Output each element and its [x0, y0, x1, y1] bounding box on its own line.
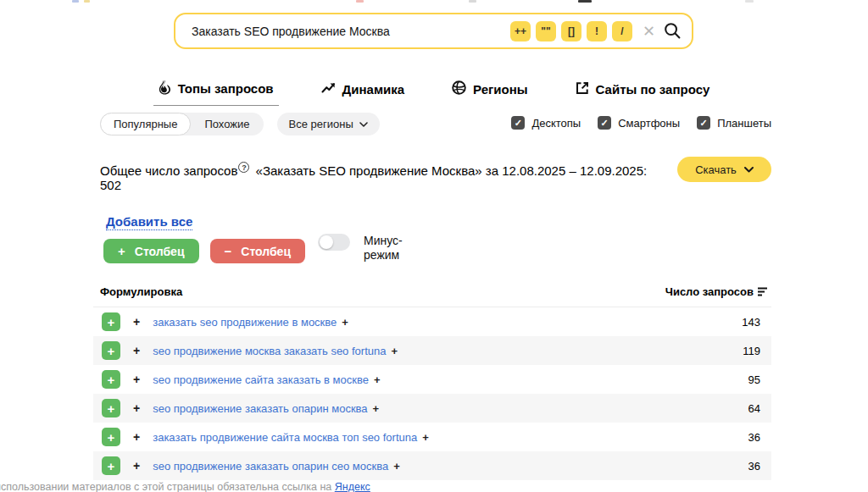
plus-icon[interactable]: +	[133, 373, 140, 386]
table-row: + + seo продвижение заказать опарин сео …	[93, 451, 771, 480]
checkbox-checked-icon: ✓	[511, 116, 525, 130]
append-plus-icon[interactable]: +	[391, 345, 398, 357]
checkbox-label: Десктопы	[531, 117, 581, 130]
tab-sites-by-query[interactable]: Сайты по запросу	[570, 78, 715, 106]
chip-similar[interactable]: Похожие	[191, 113, 263, 135]
checkbox-desktops[interactable]: ✓ Десктопы	[511, 116, 581, 130]
tab-dynamics[interactable]: Динамика	[316, 78, 409, 106]
plus-icon[interactable]: +	[133, 430, 140, 444]
column-controls: + Столбец − Столбец Минус- режим	[103, 239, 403, 263]
minus-mode-control: Минус- режим	[318, 234, 403, 263]
add-query-button[interactable]: +	[102, 399, 120, 417]
checkbox-label: Смартфоны	[618, 117, 680, 130]
query-link[interactable]: seo продвижение заказать опарин сео моск…	[153, 460, 388, 473]
operator-exclamation-button[interactable]: !	[587, 21, 607, 41]
query-link[interactable]: заказать продвижение сайта москва топ se…	[153, 431, 417, 444]
table-row: + + заказать seo продвижение в москве + …	[93, 307, 771, 336]
search-icon[interactable]	[664, 22, 682, 40]
column-header-query: Формулировка	[100, 285, 182, 298]
download-button[interactable]: Скачать	[677, 157, 771, 182]
add-column-button[interactable]: + Столбец	[103, 239, 199, 263]
query-link[interactable]: seo продвижение москва заказать seo fort…	[153, 345, 386, 357]
query-count: 143	[742, 316, 760, 329]
tab-label: Топы запросов	[178, 81, 274, 96]
sort-icon	[758, 287, 768, 296]
cropped-favicon	[469, 0, 476, 3]
tab-regions[interactable]: Регионы	[447, 78, 532, 106]
checkbox-checked-icon: ✓	[598, 116, 611, 130]
regions-dropdown-label: Все регионы	[289, 118, 353, 130]
table-row: + + seo продвижение сайта заказать в мос…	[93, 365, 771, 394]
table-row: + + seo продвижение заказать опарин моск…	[93, 394, 771, 423]
query-count: 95	[748, 373, 760, 386]
tab-top-queries[interactable]: Топы запросов	[153, 78, 279, 106]
wordstat-page: ++ "" [] ! / ✕ Топы запросов	[0, 0, 868, 492]
table-header: Формулировка Число запросов	[93, 280, 771, 307]
add-query-button[interactable]: +	[102, 456, 120, 475]
query-count: 36	[748, 460, 760, 473]
plus-icon[interactable]: +	[133, 459, 140, 473]
checkbox-tablets[interactable]: ✓ Планшеты	[697, 116, 771, 130]
operator-brackets-button[interactable]: []	[561, 21, 581, 41]
chip-popular[interactable]: Популярные	[100, 113, 191, 135]
add-column-label: Столбец	[135, 245, 185, 258]
search-input[interactable]	[190, 24, 510, 39]
filter-chips: Популярные Похожие Все регионы	[100, 113, 380, 135]
query-link[interactable]: заказать seo продвижение в москве	[153, 316, 337, 329]
query-count: 119	[743, 345, 760, 357]
minus-mode-label: Минус- режим	[364, 234, 403, 263]
append-plus-icon[interactable]: +	[373, 402, 380, 415]
cropped-browser-strip	[0, 0, 868, 7]
remove-column-label: Столбец	[241, 245, 291, 258]
cropped-favicon	[356, 0, 364, 3]
help-icon[interactable]: ?	[238, 162, 249, 173]
query-count: 64	[748, 402, 760, 415]
remove-column-button[interactable]: − Столбец	[210, 239, 306, 263]
query-count: 36	[748, 431, 760, 444]
table-row: + + seo продвижение москва заказать seo …	[93, 336, 771, 365]
query-link[interactable]: seo продвижение сайта заказать в москве	[153, 373, 369, 386]
minus-icon: −	[225, 244, 232, 258]
cropped-favicon	[745, 0, 754, 3]
total-queries-summary: Общее число запросов? «Заказать SEO прод…	[100, 162, 668, 192]
clear-search-icon[interactable]: ✕	[643, 24, 655, 39]
globe-icon	[452, 80, 466, 97]
add-all-link[interactable]: Добавить все	[106, 214, 192, 230]
regions-dropdown[interactable]: Все регионы	[277, 113, 380, 135]
checkbox-label: Планшеты	[717, 117, 771, 130]
copyright-footer: использовании материалов с этой страницы…	[0, 481, 370, 492]
summary-prefix: Общее число запросов	[100, 163, 237, 178]
yandex-link[interactable]: Яндекс	[335, 481, 370, 492]
plus-icon[interactable]: +	[133, 315, 140, 329]
toggle-knob	[320, 235, 333, 249]
search-bar: ++ "" [] ! / ✕	[174, 13, 693, 49]
add-query-button[interactable]: +	[102, 312, 120, 331]
append-plus-icon[interactable]: +	[374, 373, 381, 386]
add-query-button[interactable]: +	[102, 370, 120, 389]
add-query-button[interactable]: +	[102, 428, 120, 446]
device-filters: ✓ Десктопы ✓ Смартфоны ✓ Планшеты	[511, 116, 771, 130]
plus-icon[interactable]: +	[133, 401, 140, 415]
queries-table: Формулировка Число запросов + + заказать…	[93, 280, 771, 480]
trend-up-icon	[321, 81, 336, 97]
chevron-down-icon	[744, 167, 754, 173]
query-link[interactable]: seo продвижение заказать опарин москва	[153, 402, 367, 415]
operator-quotes-button[interactable]: ""	[536, 21, 556, 41]
operator-slash-button[interactable]: /	[612, 21, 632, 41]
column-header-count[interactable]: Число запросов	[665, 285, 768, 298]
fire-icon	[159, 80, 171, 97]
minus-mode-toggle[interactable]	[318, 234, 350, 251]
plus-icon[interactable]: +	[133, 344, 140, 357]
append-plus-icon[interactable]: +	[422, 431, 429, 444]
external-link-icon	[576, 81, 589, 97]
footer-text: использовании материалов с этой страницы…	[0, 481, 335, 492]
append-plus-icon[interactable]: +	[342, 316, 348, 329]
operator-plusplus-button[interactable]: ++	[510, 21, 531, 41]
tabs-bar: Топы запросов Динамика Регионы	[0, 78, 868, 106]
count-header-label: Число запросов	[665, 285, 754, 298]
cropped-favicon	[578, 0, 592, 3]
tab-label: Динамика	[342, 82, 404, 97]
add-query-button[interactable]: +	[102, 341, 120, 360]
append-plus-icon[interactable]: +	[393, 460, 400, 473]
checkbox-smartphones[interactable]: ✓ Смартфоны	[598, 116, 680, 130]
